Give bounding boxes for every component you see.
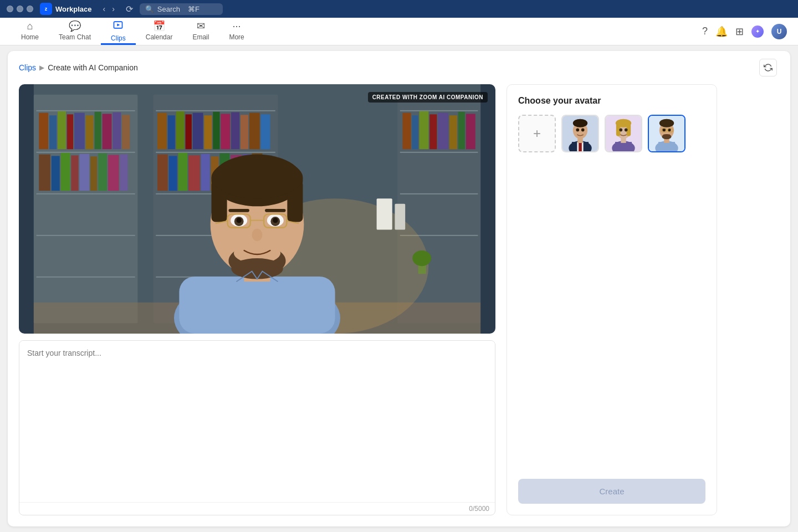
svg-rect-44 <box>241 115 248 149</box>
svg-rect-69 <box>458 112 465 150</box>
svg-rect-60 <box>400 152 478 153</box>
svg-point-98 <box>252 229 263 242</box>
search-icon: 🔍 <box>145 5 154 13</box>
svg-rect-36 <box>168 115 175 149</box>
svg-point-91 <box>237 218 242 223</box>
svg-rect-6 <box>37 152 135 153</box>
svg-rect-25 <box>90 156 97 191</box>
svg-rect-9 <box>37 277 135 278</box>
zoom-logo: z Workplace <box>40 3 92 15</box>
more-icon: ··· <box>233 21 241 32</box>
svg-rect-45 <box>249 113 260 150</box>
svg-rect-78 <box>179 277 335 334</box>
ai-companion-icon[interactable]: ✦ <box>751 25 764 38</box>
svg-rect-106 <box>579 143 582 151</box>
search-shortcut: ⌘F <box>188 5 200 13</box>
breadcrumb-separator: ▶ <box>39 64 44 71</box>
svg-point-84 <box>212 157 303 198</box>
nav-label-team-chat: Team Chat <box>59 33 91 41</box>
nav-label-email: Email <box>192 33 209 41</box>
svg-rect-65 <box>420 111 429 149</box>
nav-arrows: ‹ › <box>101 3 117 14</box>
nav-item-calendar[interactable]: 📅 Calendar <box>136 18 183 45</box>
svg-rect-11 <box>49 115 57 149</box>
svg-rect-16 <box>95 112 101 150</box>
create-button[interactable]: Create <box>518 479 705 504</box>
clips-icon <box>112 19 124 33</box>
history-icon[interactable]: ⟳ <box>126 4 133 14</box>
svg-rect-74 <box>395 204 405 230</box>
traffic-light-minimize[interactable] <box>17 6 23 12</box>
svg-rect-73 <box>377 198 392 229</box>
svg-rect-86 <box>265 209 286 212</box>
traffic-light-close[interactable] <box>7 6 13 12</box>
forward-arrow[interactable]: › <box>110 3 117 14</box>
svg-rect-13 <box>67 114 73 149</box>
add-avatar-button[interactable]: + <box>518 115 556 152</box>
svg-rect-66 <box>429 114 437 149</box>
svg-rect-15 <box>86 115 94 149</box>
svg-rect-17 <box>103 114 112 149</box>
notifications-icon[interactable]: 🔔 <box>715 25 728 38</box>
svg-rect-46 <box>261 114 270 149</box>
breadcrumb-clips-link[interactable]: Clips <box>19 63 36 72</box>
svg-rect-20 <box>39 155 50 191</box>
nav-item-clips[interactable]: Clips <box>101 18 136 45</box>
nav-right: ? 🔔 ⊞ ✦ U <box>702 18 787 45</box>
transcript-counter: 0/5000 <box>19 502 495 515</box>
avatar-option-2[interactable] <box>605 115 642 152</box>
add-avatar-icon: + <box>533 126 541 141</box>
svg-point-129 <box>662 129 666 132</box>
nav-label-clips: Clips <box>111 34 126 42</box>
svg-rect-70 <box>466 114 475 149</box>
svg-rect-59 <box>400 110 478 111</box>
svg-rect-43 <box>231 112 239 150</box>
help-icon[interactable]: ? <box>702 25 708 37</box>
svg-rect-24 <box>79 154 89 191</box>
svg-rect-68 <box>449 115 457 149</box>
svg-point-101 <box>231 258 283 279</box>
nav-item-more[interactable]: ··· More <box>219 18 254 45</box>
svg-point-121 <box>625 129 628 132</box>
svg-rect-10 <box>39 113 48 150</box>
user-avatar[interactable]: U <box>771 24 787 39</box>
svg-rect-67 <box>438 113 448 150</box>
svg-point-109 <box>573 119 587 127</box>
transcript-input[interactable] <box>19 341 495 502</box>
svg-point-76 <box>412 250 431 266</box>
svg-rect-7 <box>37 193 135 195</box>
top-nav: ⌂ Home 💬 Team Chat Clips 📅 Calendar ✉ Em… <box>0 18 798 45</box>
svg-rect-114 <box>615 142 632 152</box>
svg-rect-50 <box>188 155 200 191</box>
video-preview: CREATED WITH ZOOM AI COMPANION <box>19 84 495 334</box>
svg-rect-37 <box>176 111 185 149</box>
right-panel: Choose your avatar + <box>507 84 717 515</box>
avatar-1-illustration <box>562 115 598 152</box>
avatar-option-1[interactable] <box>561 115 599 152</box>
svg-rect-49 <box>178 153 188 191</box>
transcript-area: 0/5000 <box>19 340 495 515</box>
nav-label-calendar: Calendar <box>146 33 173 41</box>
back-arrow[interactable]: ‹ <box>101 3 108 14</box>
svg-rect-8 <box>37 235 135 236</box>
search-label: Search <box>157 5 180 13</box>
traffic-lights <box>7 6 33 12</box>
nav-item-home[interactable]: ⌂ Home <box>11 18 49 45</box>
breadcrumb: Clips ▶ Create with AI Companion <box>8 51 790 84</box>
nav-item-team-chat[interactable]: 💬 Team Chat <box>49 18 101 45</box>
refresh-button[interactable] <box>759 59 777 76</box>
svg-rect-31 <box>156 152 275 153</box>
nav-item-email[interactable]: ✉ Email <box>182 18 219 45</box>
svg-rect-18 <box>112 112 121 150</box>
breadcrumb-current: Create with AI Companion <box>48 63 138 72</box>
svg-point-110 <box>576 129 579 132</box>
svg-rect-42 <box>221 114 230 149</box>
search-bar[interactable]: 🔍 Search ⌘F <box>140 3 223 15</box>
nav-label-more: More <box>229 33 244 41</box>
traffic-light-maximize[interactable] <box>27 6 33 12</box>
avatar-grid: + <box>518 115 705 152</box>
apps-icon[interactable]: ⊞ <box>735 25 744 38</box>
avatar-option-3[interactable] <box>648 115 686 152</box>
svg-rect-85 <box>228 209 249 212</box>
svg-rect-47 <box>157 155 168 191</box>
